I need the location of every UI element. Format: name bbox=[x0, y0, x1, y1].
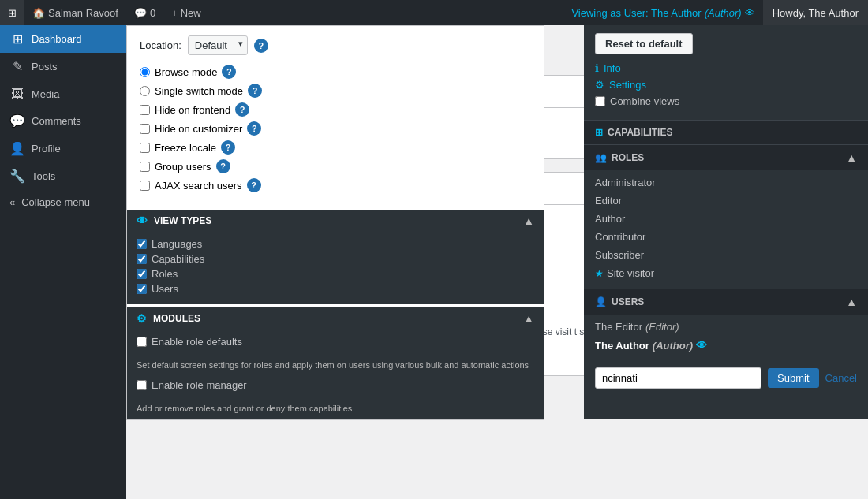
role-site-visitor[interactable]: ★ Site visitor bbox=[595, 264, 857, 282]
hide-frontend-help[interactable]: ? bbox=[235, 102, 249, 117]
ajax-search-help[interactable]: ? bbox=[247, 178, 261, 192]
role-author[interactable]: Author bbox=[595, 210, 857, 228]
settings-icon: ⚙ bbox=[595, 79, 604, 91]
modules-body-2: Enable role manager bbox=[127, 376, 544, 400]
roles-icon: 👥 bbox=[595, 152, 607, 163]
collapse-label: Collapse menu bbox=[21, 196, 90, 208]
hide-customizer-label: Hide on customizer bbox=[155, 123, 242, 135]
collapse-icon: « bbox=[9, 196, 15, 208]
group-users-help[interactable]: ? bbox=[216, 159, 230, 173]
editor-tag: (Editor) bbox=[645, 321, 679, 333]
howdy-text: Howdy, The Author bbox=[773, 7, 859, 19]
role-administrator[interactable]: Administrator bbox=[595, 173, 857, 192]
roles-collapse[interactable]: ▲ bbox=[846, 151, 857, 164]
location-help[interactable]: ? bbox=[254, 39, 268, 53]
sidebar-item-dashboard[interactable]: ⊞ Dashboard bbox=[0, 25, 126, 53]
freeze-locale-label: Freeze locale bbox=[155, 142, 216, 154]
sidebar-item-media[interactable]: 🖼 Media bbox=[0, 80, 126, 107]
hide-frontend-checkbox[interactable] bbox=[140, 105, 150, 115]
browse-mode-help[interactable]: ? bbox=[222, 65, 236, 79]
settings-row[interactable]: ⚙ Settings bbox=[595, 79, 857, 91]
posts-icon: ✎ bbox=[9, 59, 25, 74]
dashboard-icon: ⊞ bbox=[9, 32, 25, 47]
wp-logo-icon: ⊞ bbox=[8, 7, 17, 19]
location-select[interactable]: Default Top Left Right bbox=[188, 35, 248, 55]
plus-icon: + bbox=[171, 7, 178, 19]
sidebar-item-tools[interactable]: 🔧 Tools bbox=[0, 162, 126, 190]
single-switch-row: Single switch mode ? bbox=[140, 84, 531, 98]
roles-label: ROLES bbox=[612, 152, 644, 163]
freeze-locale-checkbox[interactable] bbox=[140, 143, 150, 153]
comments-link[interactable]: 💬 0 bbox=[126, 0, 163, 25]
modules-toggle[interactable]: ▲ bbox=[523, 312, 534, 325]
settings-label: Settings bbox=[609, 79, 646, 91]
group-users-row: Group users ? bbox=[140, 159, 531, 173]
languages-row: Languages bbox=[137, 238, 534, 250]
hide-customizer-row: Hide on customizer ? bbox=[140, 121, 531, 136]
info-row[interactable]: ℹ Info bbox=[595, 62, 857, 74]
hide-customizer-help[interactable]: ? bbox=[247, 121, 261, 136]
ajax-search-checkbox[interactable] bbox=[140, 181, 150, 191]
new-content[interactable]: + New bbox=[163, 0, 209, 25]
freeze-locale-help[interactable]: ? bbox=[221, 140, 235, 155]
role-subscriber[interactable]: Subscriber bbox=[595, 246, 857, 264]
roles-header: 👥 ROLES ▲ bbox=[584, 144, 868, 170]
viewing-as-text: Viewing as User: The Author bbox=[571, 7, 701, 19]
single-switch-label: Single switch mode bbox=[155, 85, 243, 97]
roles-checkbox[interactable] bbox=[137, 269, 147, 279]
languages-label: Languages bbox=[152, 238, 202, 250]
users-label: USERS bbox=[612, 296, 644, 307]
users-checkbox[interactable] bbox=[137, 284, 147, 294]
browse-mode-radio[interactable] bbox=[140, 67, 150, 77]
submit-button[interactable]: Submit bbox=[768, 368, 818, 388]
roles-label: Roles bbox=[152, 268, 178, 280]
wp-logo[interactable]: ⊞ bbox=[0, 0, 24, 25]
single-switch-help[interactable]: ? bbox=[248, 84, 262, 98]
user-editor[interactable]: The Editor (Editor) bbox=[595, 318, 857, 336]
users-label: Users bbox=[152, 283, 178, 295]
capabilities-label: Capabilities bbox=[152, 253, 204, 265]
languages-checkbox[interactable] bbox=[137, 239, 147, 249]
combine-views-checkbox[interactable] bbox=[595, 96, 605, 106]
collapse-menu[interactable]: « Collapse menu bbox=[0, 190, 126, 214]
enable-role-manager-row: Enable role manager bbox=[137, 379, 534, 391]
role-contributor[interactable]: Contributor bbox=[595, 228, 857, 246]
view-types-toggle[interactable]: ▲ bbox=[523, 214, 534, 227]
enable-role-manager-checkbox[interactable] bbox=[137, 380, 147, 390]
ajax-search-label: AJAX search users bbox=[155, 180, 242, 192]
group-users-checkbox[interactable] bbox=[140, 162, 150, 172]
location-label: Location: bbox=[140, 39, 181, 51]
author-tag: (Author) bbox=[705, 7, 742, 19]
sidebar-item-comments[interactable]: 💬 Comments bbox=[0, 107, 126, 135]
media-icon: 🖼 bbox=[9, 87, 25, 101]
single-switch-radio[interactable] bbox=[140, 86, 150, 96]
sidebar-item-posts[interactable]: ✎ Posts bbox=[0, 53, 126, 80]
users-collapse[interactable]: ▲ bbox=[846, 296, 857, 308]
view-types-label: VIEW TYPES bbox=[154, 215, 211, 226]
role-editor[interactable]: Editor bbox=[595, 192, 857, 210]
capabilities-checkbox[interactable] bbox=[137, 254, 147, 264]
site-name-label: Salman Ravoof bbox=[48, 7, 118, 19]
right-panel-top: Reset to default ℹ Info ⚙ Settings Combi… bbox=[584, 25, 868, 120]
cancel-button[interactable]: Cancel bbox=[825, 372, 857, 384]
site-name[interactable]: 🏠 Salman Ravoof bbox=[24, 0, 126, 25]
roles-list: Administrator Editor Author Contributor … bbox=[584, 170, 868, 289]
sidebar-item-profile[interactable]: 👤 Profile bbox=[0, 135, 126, 162]
tools-icon: 🔧 bbox=[9, 169, 25, 184]
modules-icon: ⚙ bbox=[137, 312, 147, 325]
capabilities-row: Capabilities bbox=[137, 253, 534, 265]
sidebar-item-label: Comments bbox=[32, 115, 81, 127]
group-users-label: Group users bbox=[155, 161, 211, 173]
sidebar: ⊞ Dashboard ✎ Posts 🖼 Media 💬 Comments 👤… bbox=[0, 25, 126, 499]
info-label: Info bbox=[604, 62, 621, 74]
enable-role-defaults-row: Enable role defaults bbox=[137, 336, 534, 348]
search-input[interactable] bbox=[595, 367, 761, 389]
user-author[interactable]: The Author (Author) 👁 bbox=[595, 336, 857, 355]
enable-role-defaults-checkbox[interactable] bbox=[137, 337, 147, 347]
modules-label: MODULES bbox=[153, 313, 200, 324]
new-label: New bbox=[181, 7, 201, 19]
hide-customizer-checkbox[interactable] bbox=[140, 124, 150, 134]
reset-button[interactable]: Reset to default bbox=[595, 33, 693, 54]
browse-mode-label: Browse mode bbox=[155, 66, 217, 78]
sidebar-item-label: Tools bbox=[32, 170, 55, 182]
